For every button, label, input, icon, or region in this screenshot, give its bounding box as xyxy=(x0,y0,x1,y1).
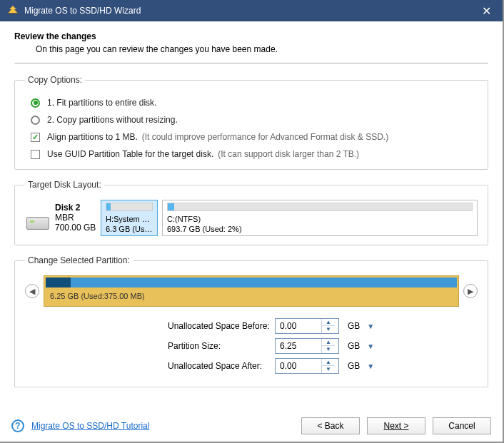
disk-size: 700.00 GB xyxy=(55,223,96,233)
cancel-button[interactable]: Cancel xyxy=(433,417,491,434)
unalloc-after-input[interactable] xyxy=(276,359,321,373)
radio-copy-label: 2. Copy partitions without resizing. xyxy=(47,115,178,125)
target-disk-group: Target Disk Layout: Disk 2 MBR 700.00 GB… xyxy=(14,180,488,245)
back-button[interactable]: < Back xyxy=(301,417,360,434)
unalloc-after-input-wrap: ▲▼ xyxy=(275,358,339,374)
prev-partition-button[interactable]: ◀ xyxy=(25,284,39,298)
spin-down-icon[interactable]: ▼ xyxy=(322,326,335,333)
spin-down-icon[interactable]: ▼ xyxy=(322,346,335,353)
checkbox-align-1mb[interactable]: ✓ xyxy=(31,133,40,142)
checkbox-guid[interactable] xyxy=(31,150,40,159)
unalloc-before-input[interactable] xyxy=(276,319,321,333)
partition-slab[interactable]: 6.25 GB (Used:375.00 MB) xyxy=(44,275,459,307)
unalloc-before-input-wrap: ▲▼ xyxy=(275,318,339,334)
radio-copy-without-resize[interactable] xyxy=(31,116,40,125)
partition-c-sub: 693.7 GB (Used: 2%) xyxy=(167,224,473,234)
hdd-icon xyxy=(26,217,49,230)
unit-label: GB xyxy=(348,341,360,351)
copy-options-group: Copy Options: 1. Fit partitions to entir… xyxy=(14,75,488,170)
checkbox-align-hint: (It could improve performance for Advanc… xyxy=(142,132,388,142)
radio-fit-partitions[interactable] xyxy=(31,98,40,108)
unit-dropdown-icon[interactable]: ▼ xyxy=(367,322,374,330)
disk-name: Disk 2 xyxy=(55,203,96,213)
partition-h-title: H:System Res xyxy=(106,214,153,224)
titlebar: Migrate OS to SSD/HD Wizard ✕ xyxy=(0,0,503,21)
unalloc-before-label: Unallocated Space Before: xyxy=(168,321,275,331)
disk-info: Disk 2 MBR 700.00 GB xyxy=(25,200,96,236)
partition-size-input[interactable] xyxy=(276,339,321,353)
footer: ? Migrate OS to SSD/HD Tutorial < Back N… xyxy=(0,410,503,442)
unit-dropdown-icon[interactable]: ▼ xyxy=(367,342,374,350)
spin-up-icon[interactable]: ▲ xyxy=(322,319,335,326)
spin-up-icon[interactable]: ▲ xyxy=(322,359,335,366)
unit-dropdown-icon[interactable]: ▼ xyxy=(367,362,374,370)
checkbox-align-label: Align partitions to 1 MB. xyxy=(47,132,138,142)
window-title: Migrate OS to SSD/HD Wizard xyxy=(24,6,141,16)
unit-label: GB xyxy=(348,321,360,331)
partition-slab-label: 6.25 GB (Used:375.00 MB) xyxy=(44,287,458,300)
partition-h[interactable]: H:System Res 6.3 GB (Used: xyxy=(101,200,158,236)
help-icon: ? xyxy=(11,419,24,432)
page-subtitle: On this page you can review the changes … xyxy=(36,44,488,54)
app-icon xyxy=(7,5,19,16)
partition-size-input-wrap: ▲▼ xyxy=(275,338,339,354)
separator xyxy=(14,63,488,63)
unalloc-after-label: Unallocated Space After: xyxy=(168,361,275,371)
next-button[interactable]: Next > xyxy=(367,417,425,434)
change-partition-legend: Change Selected Partition: xyxy=(25,255,133,265)
partition-c[interactable]: C:(NTFS) 693.7 GB (Used: 2%) xyxy=(162,200,478,236)
change-partition-group: Change Selected Partition: ◀ 6.25 GB (Us… xyxy=(14,255,488,387)
unit-label: GB xyxy=(348,361,360,371)
target-disk-legend: Target Disk Layout: xyxy=(25,180,104,190)
partition-c-title: C:(NTFS) xyxy=(167,214,473,224)
checkbox-guid-label: Use GUID Partition Table for the target … xyxy=(47,149,213,159)
page-title: Review the changes xyxy=(14,31,488,41)
partition-h-sub: 6.3 GB (Used: xyxy=(106,224,153,234)
copy-options-legend: Copy Options: xyxy=(25,75,85,85)
close-icon[interactable]: ✕ xyxy=(478,4,495,18)
spin-up-icon[interactable]: ▲ xyxy=(322,339,335,346)
spin-down-icon[interactable]: ▼ xyxy=(322,366,335,373)
radio-fit-label: 1. Fit partitions to entire disk. xyxy=(47,98,156,108)
disk-scheme: MBR xyxy=(55,213,74,223)
next-partition-button[interactable]: ▶ xyxy=(463,284,478,298)
tutorial-link[interactable]: Migrate OS to SSD/HD Tutorial xyxy=(31,421,149,431)
partition-size-label: Partition Size: xyxy=(168,341,275,351)
checkbox-guid-hint: (It can support disk larger than 2 TB.) xyxy=(218,149,359,159)
